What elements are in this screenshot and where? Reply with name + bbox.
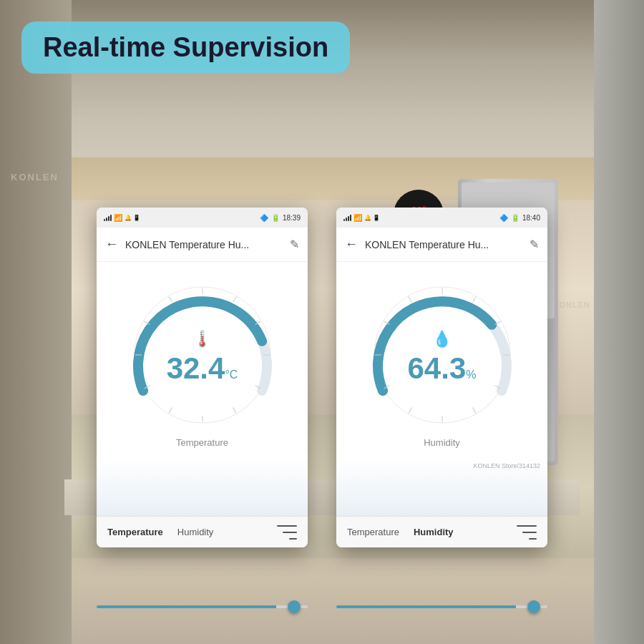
right-back-button[interactable]: ← (345, 237, 358, 252)
svg-line-2 (233, 297, 236, 303)
svg-line-6 (233, 408, 236, 414)
svg-line-19 (472, 408, 476, 414)
wifi-icon: 📶 (114, 214, 122, 222)
right-battery-icon: 🔋 (511, 214, 519, 222)
right-wifi-icon: 📶 (353, 214, 362, 222)
thermometer-icon: 🌡️ (167, 330, 238, 348)
humidity-icon: 💧 (408, 330, 477, 348)
right-filter-line-2 (522, 532, 537, 533)
left-gauge-value: 🌡️ 32.4°C (167, 330, 238, 386)
signal-icon (104, 214, 112, 221)
left-slider-thumb[interactable] (288, 600, 301, 613)
right-notification-icons: 🔔 📱 (364, 215, 380, 221)
battery-icon: 🔋 (271, 214, 280, 222)
headline-bubble: Real-time Supervision (21, 21, 350, 74)
filter-line-2 (283, 532, 297, 533)
right-slider-thumb[interactable] (527, 600, 540, 613)
right-phone: 📶 🔔 📱 🔷 🔋 18:40 ← KONLEN Temperature Hu.… (336, 208, 547, 547)
filter-line-3 (289, 538, 297, 540)
right-filter-line-1 (517, 525, 537, 527)
right-slider[interactable] (336, 605, 547, 608)
left-status-bar: 📶 🔔 📱 🔷 🔋 18:39 (97, 208, 308, 228)
right-filter-line-3 (529, 538, 537, 540)
svg-line-12 (169, 297, 172, 303)
svg-line-8 (169, 408, 172, 414)
watermark: KONLEN Store/314132 (336, 459, 547, 473)
left-status-right: 🔷 🔋 18:39 (260, 214, 301, 222)
left-filter-button[interactable] (277, 525, 297, 540)
right-gauge-area: 💧 64.3% Humidity (336, 262, 547, 459)
left-gauge-label: Temperature (176, 437, 228, 448)
right-status-bar: 📶 🔔 📱 🔷 🔋 18:40 (336, 208, 547, 228)
left-slider-container (97, 598, 308, 608)
svg-line-25 (409, 297, 412, 303)
left-gauge: 🌡️ 32.4°C (124, 276, 281, 434)
left-tab-temperature[interactable]: Temperature (107, 527, 163, 537)
right-tab-bar: Temperature Humidity (336, 516, 547, 547)
konlen-brand-left: KONLEN (11, 172, 59, 182)
filter-line-1 (277, 525, 297, 527)
left-phone-bottom (97, 459, 308, 516)
svg-line-15 (472, 297, 476, 303)
right-filter-button[interactable] (517, 525, 537, 540)
left-app-title: KONLEN Temperature Hu... (125, 239, 283, 250)
right-app-title: KONLEN Temperature Hu... (365, 239, 522, 250)
right-status-right: 🔷 🔋 18:40 (499, 214, 540, 222)
right-slider-container (336, 598, 547, 608)
notification-icons: 🔔 📱 (125, 215, 140, 221)
phones-container: 📶 🔔 📱 🔷 🔋 18:39 ← KONLEN Temperature Hu.… (0, 208, 644, 547)
right-tab-humidity[interactable]: Humidity (414, 527, 454, 537)
svg-line-21 (409, 408, 412, 414)
left-back-button[interactable]: ← (105, 237, 118, 252)
left-app-header: ← KONLEN Temperature Hu... ✎ (97, 228, 308, 262)
left-temp-unit: °C (225, 369, 238, 381)
right-humidity-unit: % (466, 369, 476, 381)
right-tab-temperature[interactable]: Temperature (347, 527, 399, 537)
headline-text: Real-time Supervision (43, 32, 328, 62)
left-slider[interactable] (97, 605, 308, 608)
right-phone-bottom: KONLEN Store/314132 (336, 459, 547, 516)
left-time: 18:39 (283, 214, 301, 222)
right-time: 18:40 (522, 214, 540, 222)
right-gauge-label: Humidity (424, 437, 460, 448)
right-bluetooth-icon: 🔷 (499, 214, 508, 222)
left-phone: 📶 🔔 📱 🔷 🔋 18:39 ← KONLEN Temperature Hu.… (97, 208, 308, 547)
right-humidity-value: 64.3 (408, 351, 467, 385)
left-status-left: 📶 🔔 📱 (104, 214, 140, 222)
left-edit-button[interactable]: ✎ (290, 238, 299, 251)
right-gauge: 💧 64.3% (364, 276, 521, 434)
left-temp-value: 32.4 (167, 351, 225, 385)
right-app-header: ← KONLEN Temperature Hu... ✎ (336, 228, 547, 262)
left-tab-humidity[interactable]: Humidity (177, 527, 214, 537)
right-edit-button[interactable]: ✎ (530, 238, 539, 251)
left-gauge-area: 🌡️ 32.4°C Temperature (97, 262, 308, 459)
sliders-area (0, 598, 644, 608)
right-signal-icon (343, 214, 351, 221)
right-status-left: 📶 🔔 📱 (343, 214, 380, 222)
bluetooth-icon: 🔷 (260, 214, 268, 222)
right-gauge-value: 💧 64.3% (408, 330, 477, 386)
left-tab-bar: Temperature Humidity (97, 516, 308, 547)
